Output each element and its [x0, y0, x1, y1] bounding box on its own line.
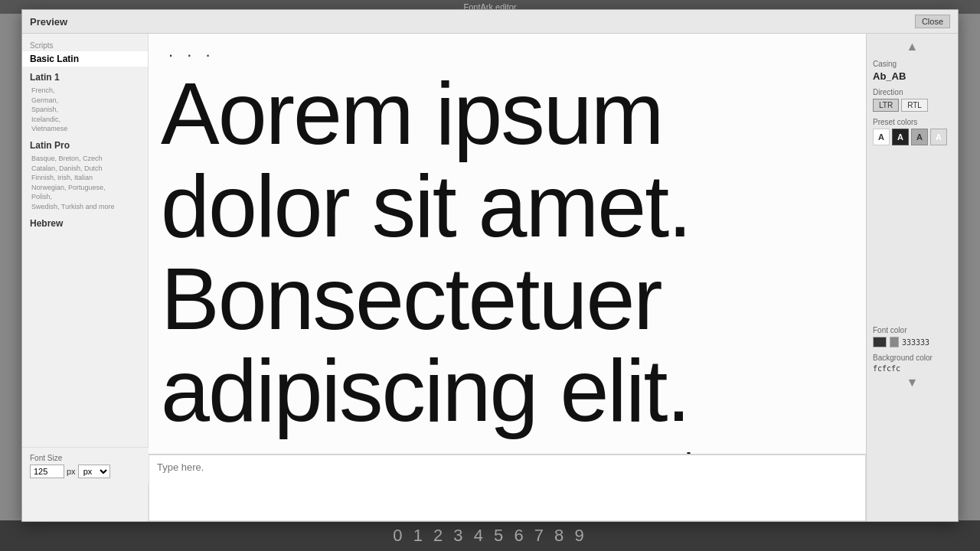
direction-label: Direction: [873, 88, 952, 96]
scroll-down-indicator: ▼: [873, 376, 952, 390]
type-here-area: [149, 454, 866, 521]
background-numbers: 0 1 2 3 4 5 6 7 8 9: [0, 520, 980, 551]
bg-color-row: fcfcfc: [873, 364, 952, 373]
preview-partial: C |: [161, 437, 854, 454]
close-button[interactable]: Close: [915, 15, 950, 28]
preset-color-white[interactable]: A: [873, 129, 890, 145]
font-color-swatch-2[interactable]: [890, 337, 899, 347]
font-size-input[interactable]: [30, 465, 64, 478]
casing-label: Casing: [873, 60, 952, 68]
sidebar-item-latin-pro[interactable]: Latin Pro: [22, 138, 148, 153]
preset-color-gray[interactable]: A: [911, 129, 928, 145]
font-color-hex: 333333: [902, 338, 929, 347]
sidebar-item-hebrew[interactable]: Hebrew: [22, 216, 148, 231]
type-here-input[interactable]: [149, 455, 866, 521]
dialog-title: Preview: [30, 16, 67, 28]
font-size-label: Font Size: [30, 454, 141, 462]
sidebar-item-basic-latin[interactable]: Basic Latin: [22, 51, 148, 67]
ltr-button[interactable]: LTR: [873, 99, 899, 112]
scripts-sidebar: Scripts Basic Latin Latin 1 French,Germa…: [22, 34, 149, 521]
font-color-row: 333333: [873, 337, 952, 347]
preview-main-text: Aorem ipsum dolor sit amet. Bonsectetuer…: [161, 67, 854, 437]
right-panel: ▲ Casing Ab_AB Direction LTR RTL Preset …: [866, 34, 958, 521]
script-group-latin-pro: Latin Pro Basque, Breton, CzechCatalan, …: [22, 138, 148, 213]
preset-color-dark[interactable]: A: [892, 129, 909, 145]
scripts-label: Scripts: [22, 38, 148, 51]
ellipsis-indicator: . . .: [161, 41, 854, 61]
bg-color-hex: fcfcfc: [873, 364, 900, 373]
latin1-sublabel: French,German,Spanish,Icelandic,Vietname…: [22, 85, 148, 135]
bg-color-label: Background color: [873, 354, 952, 362]
scroll-up-indicator: ▲: [873, 40, 952, 54]
script-group-latin1: Latin 1 French,German,Spanish,Icelandic,…: [22, 70, 148, 135]
preview-area: . . . Aorem ipsum dolor sit amet. Bonsec…: [149, 34, 866, 521]
latin-pro-sublabel: Basque, Breton, CzechCatalan, Danish, Du…: [22, 153, 148, 213]
partial-char: C: [161, 437, 224, 454]
casing-value: Ab_AB: [873, 70, 952, 82]
font-color-label: Font color: [873, 326, 952, 334]
font-size-row: px px pt em: [30, 465, 141, 478]
preset-color-light-gray[interactable]: A: [930, 129, 947, 145]
direction-row: LTR RTL: [873, 99, 952, 112]
panel-spacer: [873, 152, 952, 320]
font-color-swatch[interactable]: [873, 337, 887, 347]
script-group-basic-latin: Basic Latin: [22, 51, 148, 67]
font-size-unit-select[interactable]: px pt em: [78, 465, 110, 478]
font-size-unit: px: [67, 467, 76, 476]
preset-colors-label: Preset colors: [873, 118, 952, 126]
cursor-char: |: [684, 445, 694, 454]
script-group-hebrew: Hebrew: [22, 216, 148, 231]
rtl-button[interactable]: RTL: [901, 99, 928, 112]
sidebar-item-latin1[interactable]: Latin 1: [22, 70, 148, 85]
preview-dialog: Preview Close Scripts Basic Latin Latin …: [21, 9, 959, 522]
preset-colors-row: A A A A: [873, 129, 952, 145]
dialog-content: Scripts Basic Latin Latin 1 French,Germa…: [22, 34, 958, 521]
preview-content: . . . Aorem ipsum dolor sit amet. Bonsec…: [149, 34, 866, 454]
dialog-title-bar: Preview Close: [22, 10, 958, 34]
